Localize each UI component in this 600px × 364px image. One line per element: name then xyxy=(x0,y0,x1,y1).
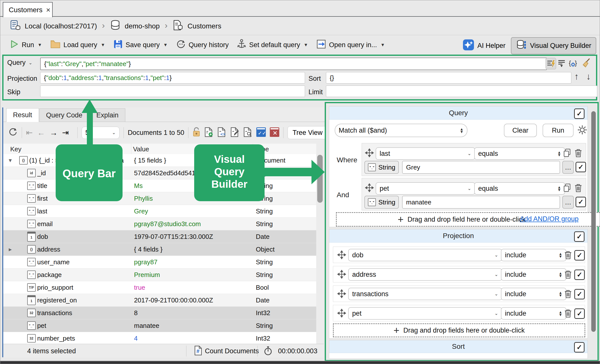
table-row[interactable]: "_"firstPhyllisString xyxy=(3,192,316,205)
view-document-icon[interactable] xyxy=(243,127,252,138)
tab-explain[interactable]: Explain xyxy=(90,108,125,122)
breadcrumb-collection[interactable]: Customers xyxy=(187,22,221,30)
refresh-icon[interactable] xyxy=(8,127,18,138)
table-row[interactable]: "_"titleMsString xyxy=(3,180,316,192)
sort-enabled-checkbox[interactable]: ✓ xyxy=(574,342,585,353)
table-row[interactable]: 1dob1979-07-07T15:21:30.000ZDate xyxy=(3,230,316,243)
sort-descending-icon[interactable]: ↓ xyxy=(586,71,591,82)
clear-button[interactable]: Clear xyxy=(504,124,537,137)
add-and-or-group-link[interactable]: Add AND/OR group xyxy=(520,215,579,223)
match-mode-select[interactable]: Match all ($and)▲▼ xyxy=(335,124,467,137)
open-query-in-button[interactable]: Open query in...▼ xyxy=(313,37,388,53)
breadcrumb-server[interactable]: Local (localhost:27017) xyxy=(25,22,97,30)
projection-mode-select[interactable]: include▲▼ xyxy=(501,249,566,261)
column-header-type[interactable]: Type xyxy=(255,145,269,153)
table-row[interactable]: id_id57d28452ed5d4d5417a62486ObjectId xyxy=(3,167,316,180)
save-query-button[interactable]: Save query▼ xyxy=(111,38,170,52)
ai-helper-button[interactable]: AI Helper xyxy=(463,39,506,52)
count-documents-icon[interactable]: # xyxy=(194,346,202,357)
multiline-query-icon[interactable] xyxy=(557,58,567,69)
column-header-key[interactable]: Key xyxy=(10,145,21,153)
condition-enabled-checkbox[interactable]: ✓ xyxy=(576,197,586,207)
set-default-query-button[interactable]: Set default query▼ xyxy=(234,37,311,53)
tree-view-select[interactable]: Tree View xyxy=(288,126,327,139)
move-icon[interactable] xyxy=(337,250,346,260)
query-input[interactable]: { "last" : "Grey", "pet" : "manatee" } xyxy=(40,58,547,70)
trash-icon[interactable] xyxy=(575,183,582,193)
vqb-scrollbar[interactable] xyxy=(591,111,596,332)
projection-drop-zone[interactable]: + Drag and drop fields here or double-cl… xyxy=(333,323,585,337)
move-icon[interactable] xyxy=(337,270,346,280)
value-type-button[interactable]: "_"String xyxy=(364,161,399,174)
count-documents-button[interactable]: Count Documents xyxy=(205,347,259,355)
gear-icon[interactable] xyxy=(577,124,588,136)
ellipsis-button[interactable]: … xyxy=(562,161,574,174)
visual-query-builder-toggle[interactable]: Visual Query Builder xyxy=(511,37,596,54)
format-query-icon[interactable] xyxy=(546,58,556,69)
condition-operator-select[interactable]: equals▲▼ xyxy=(474,182,565,195)
projection-input[interactable]: { "dob": 1, "address": 1, "transactions"… xyxy=(40,72,305,84)
condition-field-select[interactable]: last⌄ xyxy=(376,147,475,160)
skip-input[interactable] xyxy=(40,86,305,97)
move-icon[interactable] xyxy=(365,148,374,158)
condition-field-select[interactable]: pet⌄ xyxy=(376,182,475,195)
trash-icon[interactable] xyxy=(575,148,582,158)
trash-icon[interactable] xyxy=(564,309,572,319)
move-icon[interactable] xyxy=(337,309,346,319)
limit-input[interactable] xyxy=(326,86,597,97)
query-history-button[interactable]: Query history xyxy=(173,37,232,53)
load-query-button[interactable]: Load query▼ xyxy=(47,38,108,52)
page-size-select[interactable]: 50⌄ xyxy=(82,127,120,139)
ellipsis-button[interactable]: … xyxy=(562,196,574,209)
run-button[interactable]: Run▼ xyxy=(7,38,45,52)
table-row[interactable]: 32number_pets4Int32 xyxy=(3,332,316,345)
table-row[interactable]: 1registered_on2017-09-21T00:00:00.000ZDa… xyxy=(3,294,316,307)
condition-value-input[interactable] xyxy=(402,196,560,209)
projection-field-select[interactable]: address⌄ xyxy=(348,268,502,281)
close-icon[interactable]: × xyxy=(46,6,50,14)
projection-mode-select[interactable]: include▲▼ xyxy=(501,307,566,320)
trash-icon[interactable] xyxy=(564,270,572,280)
tab-customers[interactable]: Customers × xyxy=(3,2,53,17)
collapse-icon[interactable]: ▾ xyxy=(9,157,12,164)
table-row[interactable]: "_"user_namepgray87String xyxy=(3,256,316,269)
table-row[interactable]: "_"emailpgray87@studio3t.comString xyxy=(3,218,316,230)
view-document-json-icon[interactable]: <> xyxy=(217,127,226,138)
value-type-button[interactable]: "_"String xyxy=(364,196,399,209)
unlock-icon[interactable] xyxy=(192,127,200,138)
expand-icon[interactable]: ▸ xyxy=(9,246,12,253)
sort-input[interactable]: {} xyxy=(326,72,571,84)
projection-enabled-checkbox[interactable]: ✓ xyxy=(574,308,585,319)
add-document-icon[interactable] xyxy=(204,127,213,138)
projection-enabled-checkbox[interactable]: ✓ xyxy=(574,231,585,242)
table-row[interactable]: "_"packagePremiumString xyxy=(3,269,316,281)
breadcrumb-database[interactable]: demo-shop xyxy=(125,22,160,30)
projection-enabled-checkbox[interactable]: ✓ xyxy=(574,250,585,261)
table-row[interactable]: ▸{}address{ 4 fields }Object xyxy=(3,243,316,256)
query-settings-icon[interactable]: {} xyxy=(568,58,578,69)
query-enabled-checkbox[interactable]: ✓ xyxy=(574,108,585,119)
table-row[interactable]: "_"petmanateeString xyxy=(3,319,316,332)
projection-field-select[interactable]: dob⌄ xyxy=(348,249,502,261)
clear-selection-icon[interactable]: ✕ xyxy=(270,127,279,138)
select-all-icon[interactable]: ✓✓ xyxy=(256,127,266,138)
projection-enabled-checkbox[interactable]: ✓ xyxy=(574,270,585,280)
table-row[interactable]: ▾{}(1) {_id : 57d28452ed5d4d5417a62486}{… xyxy=(3,154,316,167)
condition-value-input[interactable] xyxy=(402,161,560,174)
tab-result[interactable]: Result xyxy=(6,108,39,122)
sort-ascending-icon[interactable]: ↑ xyxy=(574,71,579,82)
trash-icon[interactable] xyxy=(564,289,572,299)
move-icon[interactable] xyxy=(337,289,346,299)
projection-field-select[interactable]: transactions⌄ xyxy=(348,288,502,300)
duplicate-icon[interactable] xyxy=(563,183,572,193)
table-row[interactable]: T/Fprio_supporttrueBool xyxy=(3,281,316,294)
move-icon[interactable] xyxy=(365,183,374,193)
table-scrollbar[interactable] xyxy=(317,155,323,203)
projection-enabled-checkbox[interactable]: ✓ xyxy=(574,289,585,299)
edit-document-icon[interactable] xyxy=(230,127,239,138)
clear-query-broom-icon[interactable] xyxy=(581,57,591,68)
projection-mode-select[interactable]: include▲▼ xyxy=(501,268,566,281)
projection-mode-select[interactable]: include▲▼ xyxy=(501,288,566,300)
pagination-controls[interactable]: ⇤←→⇥ xyxy=(26,128,73,137)
condition-enabled-checkbox[interactable]: ✓ xyxy=(576,162,586,172)
